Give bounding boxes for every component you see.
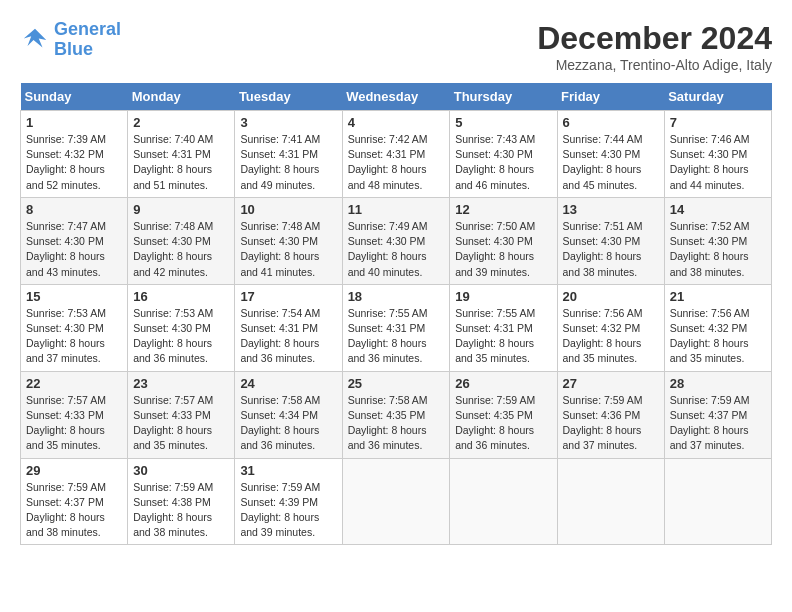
calendar-week-row: 15 Sunrise: 7:53 AM Sunset: 4:30 PM Dayl…: [21, 284, 772, 371]
day-number: 18: [348, 289, 445, 304]
day-info: Sunrise: 7:39 AM Sunset: 4:32 PM Dayligh…: [26, 132, 122, 193]
calendar-day-cell: 29 Sunrise: 7:59 AM Sunset: 4:37 PM Dayl…: [21, 458, 128, 545]
day-info: Sunrise: 7:55 AM Sunset: 4:31 PM Dayligh…: [348, 306, 445, 367]
day-number: 14: [670, 202, 766, 217]
calendar-day-cell: [450, 458, 557, 545]
day-of-week-header: Sunday: [21, 83, 128, 111]
day-number: 13: [563, 202, 659, 217]
calendar-day-cell: 6 Sunrise: 7:44 AM Sunset: 4:30 PM Dayli…: [557, 111, 664, 198]
day-number: 5: [455, 115, 551, 130]
day-number: 20: [563, 289, 659, 304]
day-of-week-header: Tuesday: [235, 83, 342, 111]
day-info: Sunrise: 7:56 AM Sunset: 4:32 PM Dayligh…: [563, 306, 659, 367]
day-of-week-header: Friday: [557, 83, 664, 111]
day-info: Sunrise: 7:59 AM Sunset: 4:35 PM Dayligh…: [455, 393, 551, 454]
day-info: Sunrise: 7:50 AM Sunset: 4:30 PM Dayligh…: [455, 219, 551, 280]
day-number: 17: [240, 289, 336, 304]
day-number: 24: [240, 376, 336, 391]
calendar-day-cell: [557, 458, 664, 545]
calendar-day-cell: 15 Sunrise: 7:53 AM Sunset: 4:30 PM Dayl…: [21, 284, 128, 371]
day-number: 19: [455, 289, 551, 304]
calendar-day-cell: 25 Sunrise: 7:58 AM Sunset: 4:35 PM Dayl…: [342, 371, 450, 458]
day-number: 7: [670, 115, 766, 130]
calendar-day-cell: [664, 458, 771, 545]
day-number: 21: [670, 289, 766, 304]
calendar-table: SundayMondayTuesdayWednesdayThursdayFrid…: [20, 83, 772, 545]
calendar-day-cell: 30 Sunrise: 7:59 AM Sunset: 4:38 PM Dayl…: [128, 458, 235, 545]
day-number: 15: [26, 289, 122, 304]
day-of-week-header: Wednesday: [342, 83, 450, 111]
day-number: 31: [240, 463, 336, 478]
calendar-day-cell: 5 Sunrise: 7:43 AM Sunset: 4:30 PM Dayli…: [450, 111, 557, 198]
day-info: Sunrise: 7:43 AM Sunset: 4:30 PM Dayligh…: [455, 132, 551, 193]
calendar-week-row: 1 Sunrise: 7:39 AM Sunset: 4:32 PM Dayli…: [21, 111, 772, 198]
calendar-week-row: 22 Sunrise: 7:57 AM Sunset: 4:33 PM Dayl…: [21, 371, 772, 458]
day-info: Sunrise: 7:57 AM Sunset: 4:33 PM Dayligh…: [26, 393, 122, 454]
day-info: Sunrise: 7:59 AM Sunset: 4:37 PM Dayligh…: [26, 480, 122, 541]
day-number: 11: [348, 202, 445, 217]
day-number: 1: [26, 115, 122, 130]
day-number: 2: [133, 115, 229, 130]
calendar-day-cell: [342, 458, 450, 545]
calendar-day-cell: 20 Sunrise: 7:56 AM Sunset: 4:32 PM Dayl…: [557, 284, 664, 371]
day-number: 12: [455, 202, 551, 217]
day-info: Sunrise: 7:48 AM Sunset: 4:30 PM Dayligh…: [240, 219, 336, 280]
day-info: Sunrise: 7:41 AM Sunset: 4:31 PM Dayligh…: [240, 132, 336, 193]
calendar-day-cell: 26 Sunrise: 7:59 AM Sunset: 4:35 PM Dayl…: [450, 371, 557, 458]
calendar-day-cell: 13 Sunrise: 7:51 AM Sunset: 4:30 PM Dayl…: [557, 197, 664, 284]
day-info: Sunrise: 7:53 AM Sunset: 4:30 PM Dayligh…: [26, 306, 122, 367]
day-info: Sunrise: 7:42 AM Sunset: 4:31 PM Dayligh…: [348, 132, 445, 193]
calendar-day-cell: 22 Sunrise: 7:57 AM Sunset: 4:33 PM Dayl…: [21, 371, 128, 458]
calendar-day-cell: 14 Sunrise: 7:52 AM Sunset: 4:30 PM Dayl…: [664, 197, 771, 284]
day-number: 3: [240, 115, 336, 130]
month-title: December 2024: [537, 20, 772, 57]
page-header: General Blue December 2024 Mezzana, Tren…: [20, 20, 772, 73]
calendar-day-cell: 12 Sunrise: 7:50 AM Sunset: 4:30 PM Dayl…: [450, 197, 557, 284]
day-info: Sunrise: 7:59 AM Sunset: 4:38 PM Dayligh…: [133, 480, 229, 541]
day-number: 30: [133, 463, 229, 478]
day-info: Sunrise: 7:59 AM Sunset: 4:39 PM Dayligh…: [240, 480, 336, 541]
day-info: Sunrise: 7:56 AM Sunset: 4:32 PM Dayligh…: [670, 306, 766, 367]
calendar-day-cell: 27 Sunrise: 7:59 AM Sunset: 4:36 PM Dayl…: [557, 371, 664, 458]
day-number: 9: [133, 202, 229, 217]
svg-marker-0: [24, 29, 47, 48]
calendar-day-cell: 10 Sunrise: 7:48 AM Sunset: 4:30 PM Dayl…: [235, 197, 342, 284]
day-of-week-header: Saturday: [664, 83, 771, 111]
day-info: Sunrise: 7:53 AM Sunset: 4:30 PM Dayligh…: [133, 306, 229, 367]
logo-icon: [20, 25, 50, 55]
day-number: 26: [455, 376, 551, 391]
day-info: Sunrise: 7:59 AM Sunset: 4:36 PM Dayligh…: [563, 393, 659, 454]
calendar-day-cell: 24 Sunrise: 7:58 AM Sunset: 4:34 PM Dayl…: [235, 371, 342, 458]
day-info: Sunrise: 7:54 AM Sunset: 4:31 PM Dayligh…: [240, 306, 336, 367]
day-info: Sunrise: 7:57 AM Sunset: 4:33 PM Dayligh…: [133, 393, 229, 454]
calendar-day-cell: 18 Sunrise: 7:55 AM Sunset: 4:31 PM Dayl…: [342, 284, 450, 371]
logo-text: General Blue: [54, 20, 121, 60]
calendar-day-cell: 28 Sunrise: 7:59 AM Sunset: 4:37 PM Dayl…: [664, 371, 771, 458]
calendar-day-cell: 16 Sunrise: 7:53 AM Sunset: 4:30 PM Dayl…: [128, 284, 235, 371]
day-info: Sunrise: 7:49 AM Sunset: 4:30 PM Dayligh…: [348, 219, 445, 280]
day-info: Sunrise: 7:58 AM Sunset: 4:35 PM Dayligh…: [348, 393, 445, 454]
day-number: 28: [670, 376, 766, 391]
day-number: 6: [563, 115, 659, 130]
calendar-day-cell: 21 Sunrise: 7:56 AM Sunset: 4:32 PM Dayl…: [664, 284, 771, 371]
calendar-day-cell: 19 Sunrise: 7:55 AM Sunset: 4:31 PM Dayl…: [450, 284, 557, 371]
day-number: 25: [348, 376, 445, 391]
day-info: Sunrise: 7:48 AM Sunset: 4:30 PM Dayligh…: [133, 219, 229, 280]
day-info: Sunrise: 7:58 AM Sunset: 4:34 PM Dayligh…: [240, 393, 336, 454]
day-info: Sunrise: 7:52 AM Sunset: 4:30 PM Dayligh…: [670, 219, 766, 280]
title-block: December 2024 Mezzana, Trentino-Alto Adi…: [537, 20, 772, 73]
calendar-week-row: 29 Sunrise: 7:59 AM Sunset: 4:37 PM Dayl…: [21, 458, 772, 545]
day-info: Sunrise: 7:46 AM Sunset: 4:30 PM Dayligh…: [670, 132, 766, 193]
calendar-day-cell: 9 Sunrise: 7:48 AM Sunset: 4:30 PM Dayli…: [128, 197, 235, 284]
day-number: 4: [348, 115, 445, 130]
calendar-day-cell: 8 Sunrise: 7:47 AM Sunset: 4:30 PM Dayli…: [21, 197, 128, 284]
day-info: Sunrise: 7:44 AM Sunset: 4:30 PM Dayligh…: [563, 132, 659, 193]
day-number: 23: [133, 376, 229, 391]
day-number: 10: [240, 202, 336, 217]
day-info: Sunrise: 7:47 AM Sunset: 4:30 PM Dayligh…: [26, 219, 122, 280]
day-info: Sunrise: 7:51 AM Sunset: 4:30 PM Dayligh…: [563, 219, 659, 280]
calendar-day-cell: 1 Sunrise: 7:39 AM Sunset: 4:32 PM Dayli…: [21, 111, 128, 198]
day-info: Sunrise: 7:55 AM Sunset: 4:31 PM Dayligh…: [455, 306, 551, 367]
day-number: 27: [563, 376, 659, 391]
calendar-day-cell: 11 Sunrise: 7:49 AM Sunset: 4:30 PM Dayl…: [342, 197, 450, 284]
